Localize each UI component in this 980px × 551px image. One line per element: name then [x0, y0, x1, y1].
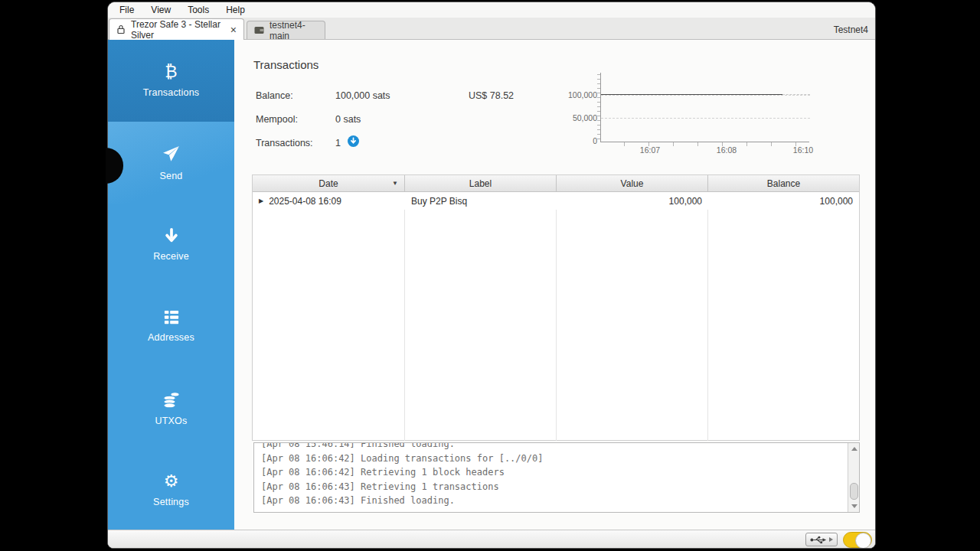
sidebar-item-label: UTXOs — [155, 416, 188, 426]
transactions-count-value: 1 — [335, 138, 341, 148]
sidebar-item-receive[interactable]: Receive — [108, 204, 234, 285]
sidebar-item-send[interactable]: Send — [108, 122, 234, 204]
log-line: [Apr 08 16:06:43] Finished loading. — [261, 494, 859, 508]
log-line: [Apr 08 15:46:14] Finished loading. — [261, 442, 859, 452]
transactions-panel: Transactions Balance: 100,000 sats US$ 7… — [234, 40, 875, 531]
log-scrollbar[interactable] — [848, 443, 859, 512]
sidebar-item-transactions[interactable]: ₿ Transactions — [108, 40, 234, 122]
lock-icon — [116, 24, 126, 34]
x-tick-label: 16:08 — [711, 145, 742, 155]
log-line: [Apr 08 16:06:42] Loading transactions f… — [261, 452, 859, 466]
sidebar-item-label: Settings — [153, 497, 189, 507]
notification-toggle[interactable] — [843, 532, 872, 548]
tx-balance: 100,000 — [820, 196, 853, 207]
sidebar-item-label: Send — [160, 171, 183, 181]
menu-bar: File View Tools Help — [108, 2, 875, 18]
expand-caret-icon — [829, 537, 833, 542]
sidebar-item-addresses[interactable]: Addresses — [108, 285, 234, 367]
coins-icon — [162, 391, 181, 409]
wallet-icon — [254, 26, 264, 34]
table-header-row: Date ▼ Label Value Balance — [253, 175, 859, 192]
log-lines: [Apr 08 15:46:14] Finished loading.[Apr … — [254, 442, 859, 508]
x-tick-label: 16:10 — [788, 145, 818, 155]
x-tick-label: 16:07 — [635, 145, 665, 155]
balance-label: Balance: — [256, 90, 293, 101]
balance-chart: 100,000 50,000 0 16:07 16:08 16:10 — [564, 70, 870, 160]
log-line: [Apr 08 16:06:42] Retrieving 1 block hea… — [261, 465, 859, 480]
download-transactions-icon[interactable] — [348, 135, 359, 147]
balance-fiat-value: US$ 78.52 — [469, 90, 514, 101]
balance-series-projection — [782, 94, 810, 95]
tx-value: 100,000 — [669, 196, 702, 207]
log-line: [Apr 08 16:06:43] Retrieving 1 transacti… — [261, 480, 859, 494]
usb-icon — [810, 536, 827, 544]
sidebar-item-label: Addresses — [148, 332, 194, 343]
column-header-balance[interactable]: Balance — [708, 175, 859, 191]
tx-label: Buy P2P Bisq — [411, 196, 467, 207]
sidebar-nav: ₿ Transactions Send Receive — [108, 40, 234, 531]
menu-help[interactable]: Help — [217, 3, 253, 17]
paper-plane-icon — [162, 145, 181, 164]
arrow-down-icon — [163, 227, 180, 244]
sidebar-item-label: Transactions — [143, 87, 200, 98]
gear-icon: ⚙ — [164, 473, 179, 490]
column-label: Value — [621, 178, 644, 189]
mempool-label: Mempool: — [256, 114, 298, 125]
tx-date: 2025-04-08 16:09 — [269, 196, 341, 207]
column-header-date[interactable]: Date ▼ — [253, 175, 405, 191]
sort-descending-icon: ▼ — [392, 180, 398, 187]
sidebar-item-utxos[interactable]: UTXOs — [108, 367, 234, 449]
column-label: Date — [318, 178, 338, 189]
y-tick-label: 0 — [564, 136, 597, 145]
usb-devices-button[interactable] — [805, 533, 838, 546]
sidebar-item-settings[interactable]: ⚙ Settings — [108, 449, 234, 531]
tab-wallet-trezor[interactable]: Trezor Safe 3 - Stellar Silver × — [109, 18, 244, 40]
toggle-knob — [855, 533, 871, 549]
scroll-down-icon[interactable] — [851, 504, 858, 508]
balance-value: 100,000 sats — [335, 90, 390, 101]
scrollbar-thumb[interactable] — [850, 483, 858, 500]
table-row[interactable]: ▶ 2025-04-08 16:09 Buy P2P Bisq 100,000 … — [253, 192, 859, 210]
tab-close-icon[interactable]: × — [230, 26, 237, 34]
tab-label: testnet4-main — [270, 20, 318, 41]
tab-label: Trezor Safe 3 - Stellar Silver — [131, 19, 225, 41]
menu-tools[interactable]: Tools — [179, 3, 217, 17]
list-icon — [163, 310, 180, 325]
bitcoin-icon: ₿ — [165, 64, 177, 80]
sidebar-item-label: Receive — [153, 251, 189, 262]
balance-series-line — [601, 94, 782, 95]
gridline-50000 — [601, 118, 810, 119]
status-bar — [108, 530, 875, 548]
tab-wallet-testnet4-main[interactable]: testnet4-main — [247, 21, 325, 39]
scroll-up-icon[interactable] — [851, 447, 858, 451]
y-tick-label: 50,000 — [564, 113, 597, 122]
transactions-count-label: Transactions: — [256, 138, 313, 148]
wallet-app-window: File View Tools Help Trezor Safe 3 - Ste… — [107, 2, 876, 549]
y-axis — [600, 73, 601, 142]
menu-view[interactable]: View — [142, 3, 179, 17]
y-tick-label: 100,000 — [564, 90, 597, 99]
menu-file[interactable]: File — [111, 3, 142, 17]
column-label: Label — [469, 178, 492, 189]
column-header-label[interactable]: Label — [405, 175, 557, 191]
tab-bar: Trezor Safe 3 - Stellar Silver × testnet… — [108, 18, 875, 40]
mempool-value: 0 sats — [335, 114, 361, 125]
x-axis-ticks — [600, 142, 809, 146]
table-body-grid — [253, 192, 859, 441]
main-area: ₿ Transactions Send Receive — [108, 40, 875, 531]
page-title: Transactions — [253, 58, 318, 71]
column-label: Balance — [767, 178, 800, 189]
row-expand-icon[interactable]: ▶ — [259, 197, 263, 204]
log-console[interactable]: [Apr 08 15:46:14] Finished loading.[Apr … — [253, 442, 860, 513]
transactions-table: Date ▼ Label Value Balance — [252, 174, 860, 441]
column-header-value[interactable]: Value — [557, 175, 708, 191]
network-badge: Testnet4 — [834, 24, 868, 35]
